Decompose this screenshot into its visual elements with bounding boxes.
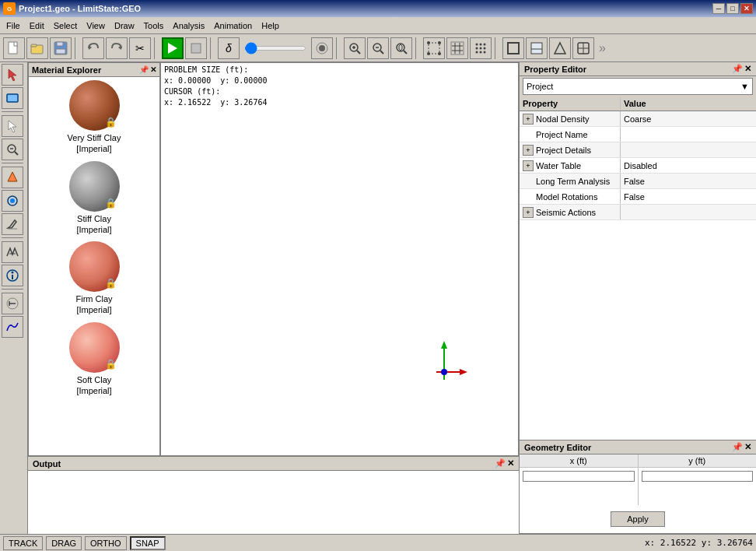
material-ball-very-stiff: 🔒 — [69, 80, 120, 131]
material-explorer-pin[interactable]: 📌 — [139, 65, 149, 74]
svg-marker-7 — [118, 45, 121, 50]
left-sep2 — [2, 163, 23, 164]
canvas-area[interactable]: PROBLEM SIZE (ft): x: 0.00000 y: 0.00000… — [160, 62, 519, 456]
fill-tool[interactable] — [2, 167, 23, 188]
prop-value-water-table: Disabled — [621, 158, 756, 173]
material-item-soft-clay[interactable]: 🔒 Soft Clay[Imperial] — [40, 322, 149, 397]
svg-point-34 — [480, 47, 482, 49]
zoom-in-button[interactable] — [344, 37, 366, 59]
menu-animation[interactable]: Animation — [209, 19, 257, 32]
svg-rect-8 — [191, 44, 201, 53]
stop-button[interactable] — [185, 37, 207, 59]
status-coords: x: 2.16522 y: 3.26764 — [645, 538, 753, 548]
prop-value-seismic — [621, 205, 756, 219]
snap-button[interactable]: SNAP — [130, 536, 166, 550]
menu-select[interactable]: Select — [49, 19, 82, 32]
geo-col-y: y (ft) — [639, 454, 757, 505]
boundary-button[interactable] — [502, 37, 524, 59]
menu-tools[interactable]: Tools — [139, 19, 169, 32]
prop-expand-project-details[interactable]: + — [523, 145, 534, 156]
geo-input-x[interactable] — [523, 471, 635, 482]
animation-slider[interactable] — [244, 46, 306, 51]
cursor-info: PROBLEM SIZE (ft): x: 0.00000 y: 0.00000… — [164, 65, 267, 108]
svg-marker-6 — [89, 45, 92, 50]
close-button[interactable]: ✕ — [740, 3, 753, 14]
geo-editor-close[interactable]: ✕ — [744, 442, 751, 452]
output-close[interactable]: ✕ — [507, 458, 514, 469]
menu-draw[interactable]: Draw — [110, 19, 139, 32]
edit-tool[interactable] — [2, 213, 23, 235]
project-dropdown[interactable]: Project ▼ — [523, 78, 753, 95]
snap-grid-button[interactable] — [470, 37, 492, 59]
run-button[interactable] — [162, 37, 184, 59]
select-tool[interactable] — [2, 64, 23, 86]
menu-file[interactable]: File — [2, 19, 25, 32]
prop-row-project-details: + Project Details — [520, 142, 756, 158]
menu-analysis[interactable]: Analysis — [168, 19, 209, 32]
left-sep4 — [2, 289, 23, 290]
text-tool[interactable] — [2, 241, 23, 263]
geometry-header-icons: 📌 ✕ — [732, 442, 751, 452]
info-tool[interactable] — [2, 265, 23, 286]
prop-expand-water-table[interactable]: + — [523, 160, 534, 171]
prop-editor-close[interactable]: ✕ — [744, 64, 751, 74]
tool-a-button[interactable] — [549, 37, 571, 59]
prop-expand-nodal-density[interactable]: + — [523, 114, 534, 125]
svg-point-35 — [484, 47, 486, 49]
region-button[interactable] — [526, 37, 548, 59]
prop-value-nodal-density: Coarse — [621, 111, 756, 126]
prop-name-model-rotations: Model Rotations — [520, 189, 621, 204]
material-item-firm-clay[interactable]: 🔒 Firm Clay[Imperial] — [40, 241, 149, 316]
drag-button[interactable]: DRAG — [46, 536, 82, 550]
output-pin[interactable]: 📌 — [495, 458, 506, 469]
material-item-very-stiff-clay[interactable]: 🔒 Very Stiff Clay[Imperial] — [40, 80, 149, 155]
material-explorer-close[interactable]: ✕ — [150, 65, 156, 74]
tool-b-button[interactable] — [572, 37, 594, 59]
run-left-tool[interactable] — [2, 293, 23, 314]
toolbar-more[interactable]: » — [599, 41, 606, 55]
menu-view[interactable]: View — [82, 19, 110, 32]
prop-col-value: Value — [624, 99, 646, 108]
left-sep3 — [2, 237, 23, 239]
svg-rect-2 — [31, 44, 37, 47]
menu-edit[interactable]: Edit — [25, 19, 49, 32]
point-tool[interactable] — [2, 115, 23, 137]
menubar: File Edit Select View Draw Tools Analysi… — [0, 17, 756, 34]
prop-value-project-name[interactable] — [621, 127, 756, 142]
ortho-button[interactable]: ORTHO — [85, 536, 127, 550]
zoom-tool[interactable] — [2, 139, 23, 160]
grid-button[interactable] — [446, 37, 468, 59]
apply-button[interactable]: Apply — [611, 511, 665, 527]
menu-help[interactable]: Help — [257, 19, 284, 32]
select-box-button[interactable] — [423, 37, 445, 59]
prop-editor-pin[interactable]: 📌 — [732, 64, 743, 74]
redo-button[interactable] — [106, 37, 128, 59]
result-tool[interactable] — [2, 316, 23, 338]
cut-button[interactable]: ✂ — [129, 37, 151, 59]
minimize-button[interactable]: ─ — [712, 3, 725, 14]
new-button[interactable] — [3, 37, 25, 59]
svg-point-21 — [427, 41, 430, 44]
svg-point-37 — [480, 51, 482, 53]
property-editor-title: Property Editor — [524, 65, 586, 74]
save-button[interactable] — [50, 37, 72, 59]
material-item-stiff-clay[interactable]: 🔒 Stiff Clay[Imperial] — [40, 161, 149, 236]
geometry-table: x (ft) y (ft) — [520, 454, 756, 505]
material-label-stiff: Stiff Clay[Imperial] — [76, 213, 111, 236]
geo-input-y[interactable] — [642, 471, 754, 482]
material-ball-stiff: 🔒 — [69, 161, 120, 212]
track-button[interactable]: TRACK — [3, 536, 43, 550]
svg-rect-20 — [429, 43, 439, 54]
slider-end-button[interactable] — [311, 37, 333, 59]
delta-button[interactable]: δ — [218, 37, 240, 59]
zoom-fit-button[interactable] — [390, 37, 412, 59]
geo-editor-pin[interactable]: 📌 — [732, 442, 743, 452]
undo-button[interactable] — [82, 37, 104, 59]
maximize-button[interactable]: □ — [726, 3, 739, 14]
zoom-out-button[interactable] — [367, 37, 389, 59]
open-button[interactable] — [26, 37, 48, 59]
prop-row-long-term: Long Term Analysis False — [520, 174, 756, 189]
region-tool[interactable] — [2, 87, 23, 109]
prop-expand-seismic[interactable]: + — [523, 207, 534, 218]
draw-tool[interactable] — [2, 190, 23, 212]
